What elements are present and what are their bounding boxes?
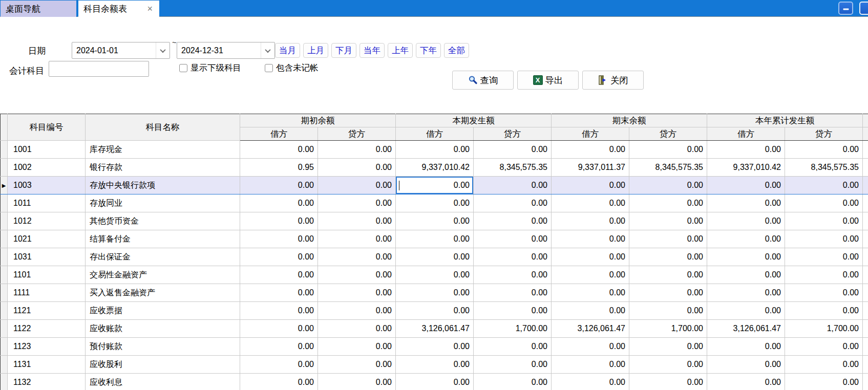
cell-value[interactable]: 0.00: [318, 194, 396, 212]
preset-button-4[interactable]: 上年: [388, 43, 413, 58]
cell-value[interactable]: 0.00: [629, 338, 707, 356]
cell-account-name[interactable]: 其他货币资金: [86, 212, 240, 230]
cell-value[interactable]: 0.00: [707, 177, 785, 194]
cell-value[interactable]: 0.00: [707, 302, 785, 320]
cell-value[interactable]: 0.00: [396, 284, 474, 302]
date-from-combobox[interactable]: 2024-01-01: [72, 42, 170, 59]
cell-value[interactable]: 0.00: [629, 248, 707, 266]
cell-value[interactable]: 0.00: [318, 266, 396, 284]
cell-account-code[interactable]: 1131: [8, 356, 86, 374]
close-button[interactable]: 关闭: [582, 71, 644, 90]
cell-value[interactable]: 0.00: [552, 284, 629, 302]
preset-button-1[interactable]: 上月: [303, 43, 328, 58]
cell-value[interactable]: 1,700.00: [785, 320, 863, 338]
cell-value[interactable]: 0.00: [629, 230, 707, 248]
cell-account-code[interactable]: 1002: [8, 159, 86, 177]
row-indicator[interactable]: [1, 230, 8, 248]
cell-value[interactable]: 0.00: [629, 356, 707, 374]
cell-value[interactable]: 0.00: [552, 177, 629, 194]
cell-value[interactable]: 0.00: [240, 230, 318, 248]
cell-value[interactable]: 0.00: [474, 374, 552, 390]
cell-account-name[interactable]: 结算备付金: [86, 230, 240, 248]
cell-value[interactable]: 0.00: [707, 338, 785, 356]
checkbox-icon[interactable]: [265, 64, 273, 72]
window-button-partial[interactable]: [859, 2, 868, 15]
row-indicator[interactable]: [1, 212, 8, 230]
col-header-period-debit[interactable]: 借方: [396, 127, 474, 141]
cell-value[interactable]: 0.00: [318, 356, 396, 374]
cell-value[interactable]: 0.00: [629, 266, 707, 284]
cell-value[interactable]: 0.00: [785, 230, 863, 248]
cell-value[interactable]: 0.00: [707, 194, 785, 212]
cell-value[interactable]: 0.00: [474, 338, 552, 356]
cell-value[interactable]: 0.00: [629, 212, 707, 230]
cell-value[interactable]: 0.00: [318, 248, 396, 266]
row-indicator[interactable]: [1, 320, 8, 338]
col-header-ending-debit[interactable]: 借方: [552, 127, 629, 141]
row-indicator[interactable]: [1, 284, 8, 302]
cell-value[interactable]: 0.00: [318, 159, 396, 177]
cell-value[interactable]: 0.00: [707, 141, 785, 159]
cell-value[interactable]: 0.00: [240, 266, 318, 284]
cell-value[interactable]: 0.00: [474, 284, 552, 302]
cell-value[interactable]: 0.00: [785, 338, 863, 356]
cell-value[interactable]: 0.00: [396, 302, 474, 320]
cell-value[interactable]: 0.00: [707, 266, 785, 284]
cell-account-name[interactable]: 存放中央银行款项: [86, 177, 240, 194]
cell-value[interactable]: 0.00: [396, 374, 474, 390]
cell-account-code[interactable]: 1021: [8, 230, 86, 248]
cell-value[interactable]: 0.00: [240, 338, 318, 356]
cell-value[interactable]: 8,345,575.35: [785, 159, 863, 177]
cell-value[interactable]: 0.00: [707, 248, 785, 266]
cell-value[interactable]: 0.00: [707, 356, 785, 374]
cell-account-name[interactable]: 库存现金: [86, 141, 240, 159]
col-group-yearly-amount[interactable]: 本年累计发生额: [707, 114, 863, 127]
cell-value[interactable]: 0.00: [785, 141, 863, 159]
cell-value[interactable]: 1,700.00: [474, 320, 552, 338]
date-to-combobox[interactable]: 2024-12-31: [177, 42, 275, 59]
cell-account-code[interactable]: 1101: [8, 266, 86, 284]
cell-value[interactable]: 0.00: [629, 284, 707, 302]
cell-value[interactable]: 0.00: [785, 212, 863, 230]
cell-value[interactable]: 0.00: [474, 212, 552, 230]
cell-value[interactable]: 9,337,011.37: [552, 159, 629, 177]
tab-desktop-nav[interactable]: 桌面导航: [1, 1, 77, 17]
cell-value[interactable]: 0.95: [240, 159, 318, 177]
cell-value[interactable]: 0.00: [785, 177, 863, 194]
cell-value[interactable]: 0.00: [474, 248, 552, 266]
cell-value[interactable]: 0.00: [552, 194, 629, 212]
cell-account-name[interactable]: 应收账款: [86, 320, 240, 338]
cell-value[interactable]: 0.00: [318, 338, 396, 356]
cell-value[interactable]: 0.00: [785, 356, 863, 374]
row-indicator[interactable]: [1, 302, 8, 320]
cell-value[interactable]: 0.00: [629, 302, 707, 320]
cell-value[interactable]: 0.00: [396, 356, 474, 374]
cell-value[interactable]: 0.00: [785, 194, 863, 212]
cell-value[interactable]: 0.00: [240, 374, 318, 390]
cell-value[interactable]: 0.00: [552, 374, 629, 390]
cell-value[interactable]: 0.00: [396, 338, 474, 356]
preset-button-2[interactable]: 下月: [331, 43, 356, 58]
col-header-period-credit[interactable]: 贷方: [474, 127, 552, 141]
cell-account-code[interactable]: 1111: [8, 284, 86, 302]
cell-value[interactable]: 9,337,010.42: [396, 159, 474, 177]
cell-account-code[interactable]: 1031: [8, 248, 86, 266]
cell-value[interactable]: 9,337,010.42: [707, 159, 785, 177]
checkbox-icon[interactable]: [179, 64, 187, 72]
cell-value[interactable]: 0.00: [474, 194, 552, 212]
cell-account-name[interactable]: 买入返售金融资产: [86, 284, 240, 302]
cell-account-name[interactable]: 应收利息: [86, 374, 240, 390]
row-indicator[interactable]: [1, 266, 8, 284]
minimize-button[interactable]: [838, 2, 853, 15]
cell-value[interactable]: 0.00: [552, 248, 629, 266]
col-group-opening-balance[interactable]: 期初余额: [240, 114, 396, 127]
cell-value[interactable]: 0.00: [318, 374, 396, 390]
cell-value[interactable]: 0.00: [396, 230, 474, 248]
col-header-opening-debit[interactable]: 借方: [240, 127, 318, 141]
preset-button-5[interactable]: 下年: [416, 43, 441, 58]
cell-value[interactable]: 0.00: [474, 266, 552, 284]
row-indicator[interactable]: [1, 248, 8, 266]
cell-value[interactable]: 0.00: [785, 248, 863, 266]
cell-value[interactable]: 0.00: [629, 374, 707, 390]
date-to-dropdown-button[interactable]: [261, 42, 274, 58]
